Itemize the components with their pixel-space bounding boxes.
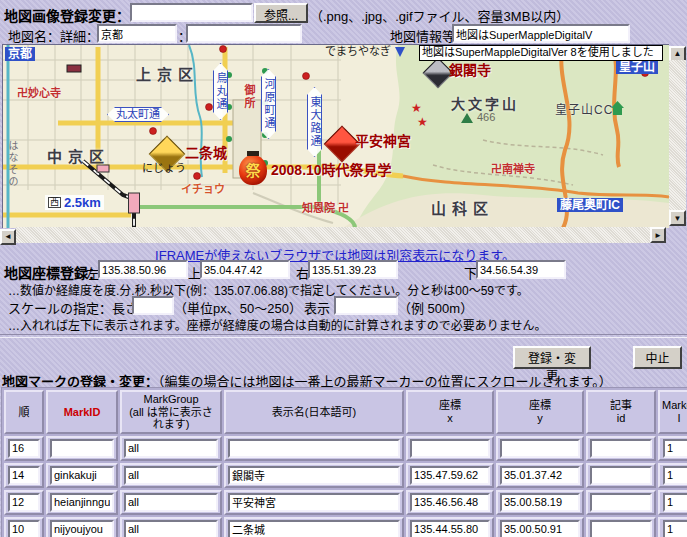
mark-marker_i-input[interactable] (663, 493, 687, 512)
marutamachi-street-sign: 丸太町通 (107, 107, 169, 122)
col-header-article: 記事id (586, 390, 656, 434)
map-name-row: 地図名：詳細： ： 地図情報等： (8, 24, 684, 43)
mark-group-input[interactable] (124, 493, 218, 512)
mark-mark_id-input[interactable] (50, 520, 114, 537)
mark-mark_id-input[interactable] (50, 439, 114, 458)
scale-specification-row: スケールの指定：長さ （単位px、50～250） 表示 （例 500m） (8, 296, 684, 315)
map-label-layer: 京都でまちやなぎ上京区卍妙心寺丸太町通烏丸通御所河原町通東大路通銀閣寺皇子山大文… (3, 45, 669, 228)
higashioji-street-sign: 東大路通 (307, 87, 322, 157)
chukyo-ward-label: 中京区 (47, 149, 110, 164)
register-change-button[interactable]: 登録・変更 (513, 346, 591, 369)
scale-length-input[interactable] (132, 296, 174, 315)
col-header-order: 順 (4, 390, 44, 434)
col-header-x: 座標x (406, 390, 494, 434)
scale-display-input[interactable] (334, 296, 398, 315)
mark-article-input[interactable] (590, 439, 652, 458)
mark-x-input[interactable] (410, 493, 490, 512)
chionin-label: 知恩院 卍 (302, 203, 349, 214)
mark-name-input[interactable] (228, 466, 400, 485)
section-divider (0, 334, 687, 338)
mark-name-input[interactable] (228, 439, 400, 458)
mark-y-input[interactable] (500, 493, 580, 512)
map-vertical-scrollbar[interactable]: ▲ ▼ (669, 44, 686, 226)
browse-button[interactable]: 参照... (254, 3, 308, 23)
col-header-y: 座標y (496, 390, 584, 434)
map-viewport[interactable]: 京都でまちやなぎ上京区卍妙心寺丸太町通烏丸通御所河原町通東大路通銀閣寺皇子山大文… (2, 44, 669, 228)
mark-y-input[interactable] (500, 466, 580, 485)
myoshinji-label: 卍妙心寺 (17, 88, 61, 99)
coord-2-input[interactable] (308, 260, 398, 279)
mark-x-input[interactable] (410, 466, 490, 485)
col-header-marker_i: MarkerI (658, 390, 687, 434)
mark-y-input[interactable] (500, 439, 580, 458)
scale-note: …入れれば左下に表示されます。座標が経緯度の場合は自動的に計算されますので必要あ… (8, 316, 684, 333)
map-image-file-input[interactable] (130, 3, 253, 22)
col-header-mark_id: MarkID (46, 390, 118, 434)
mark-group-input[interactable] (124, 439, 218, 458)
shrine-star-icon: ★ (411, 102, 422, 114)
scale-display-label: 表示 (304, 298, 330, 317)
mark-order-input[interactable] (8, 439, 40, 458)
hanasono-label: はなその (7, 140, 17, 188)
gosho-label: 御所 (243, 84, 254, 110)
nijo-station-label: にじょう (142, 163, 186, 174)
mark-order-input[interactable] (8, 520, 40, 537)
mark-group-input[interactable] (124, 520, 218, 537)
mark-x-input[interactable] (410, 520, 490, 537)
matsuri-lantern-marker: 祭 (239, 155, 267, 185)
mark-y-input[interactable] (500, 520, 580, 537)
mark-mark_id-input[interactable] (50, 493, 114, 512)
mark-article-input[interactable] (590, 466, 652, 485)
shrine-star-icon: ★ (417, 116, 428, 128)
ginkakuji-marker-label: 銀閣寺 (449, 63, 491, 77)
kamigyo-ward-label: 上京区 (136, 67, 199, 82)
nanzenji-label: 卍南禅寺 (491, 164, 535, 175)
kyoto-area-badge: 京都 (5, 47, 35, 61)
map-name-input[interactable] (97, 24, 177, 43)
map-credit-note[interactable]: 地図はSuperMappleDigitalVer 8を使用しました (419, 45, 663, 61)
map-horizontal-scrollbar[interactable]: ◄ ► (0, 227, 666, 243)
map-image-upload-row: 地図画像登録変更： 参照... （.png、.jpg、.gifファイル、容量3M… (4, 3, 684, 23)
mark-order-input[interactable] (8, 493, 40, 512)
scroll-down-icon[interactable]: ▼ (669, 210, 686, 226)
coord-0-input[interactable] (98, 260, 188, 279)
cancel-button[interactable]: 中止 (633, 346, 682, 369)
mark-marker_i-input[interactable] (663, 466, 687, 485)
mark-order-input[interactable] (8, 466, 40, 485)
mark-x-input[interactable] (410, 439, 490, 458)
file-type-hint: （.png、.jpg、.gifファイル、容量3MB以内） (310, 6, 569, 25)
marks-table: 順MarkIDMarkGroup(all は常に表示されます)表示名(日本語可)… (1, 387, 687, 537)
coord-1-input[interactable] (200, 260, 290, 279)
daimonjiyama-label: 大文字山 (451, 97, 519, 111)
map-info-input[interactable] (452, 24, 630, 43)
demachiyanagi-label: でまちやなぎ (325, 46, 391, 57)
scroll-right-icon[interactable]: ► (650, 227, 666, 243)
scroll-left-icon[interactable]: ◄ (0, 229, 16, 245)
mark-marker_i-input[interactable] (663, 520, 687, 537)
map-register-page: { "colors": { "page_bg": "#c8c4e2", "lin… (0, 0, 687, 537)
karasuma-street-sign: 烏丸通 (213, 63, 228, 120)
mark-article-input[interactable] (590, 493, 652, 512)
icho-label: イチョウ (181, 184, 225, 195)
map-scale-indicator: 西2.5km (45, 195, 104, 210)
mark-group-input[interactable] (124, 466, 218, 485)
mark-name-input[interactable] (228, 520, 400, 537)
vertical-scroll-track[interactable] (669, 60, 686, 210)
horizontal-scroll-track[interactable] (16, 227, 650, 243)
coordinate-registration-row: 地図座標登録： 左上右下 (4, 260, 684, 279)
mark-name-input[interactable] (228, 493, 400, 512)
nijojo-marker-label: 二条城 (185, 146, 227, 160)
fujio-okucho-ic-badge: 藤尾奥町IC (557, 198, 623, 212)
map-detail-input[interactable] (186, 24, 302, 43)
coord-3-input[interactable] (476, 260, 566, 279)
col-header-name: 表示名(日本語可) (224, 390, 404, 434)
mark-marker_i-input[interactable] (663, 439, 687, 458)
mark-article-input[interactable] (590, 520, 652, 537)
mark-row (4, 463, 687, 488)
ojiyama-cc-label: 皇子山CC (555, 104, 613, 116)
mark-mark_id-input[interactable] (50, 466, 114, 485)
heianjingu-marker-label: 平安神宮 (355, 134, 411, 148)
jidai-matsuri-label: 2008.10時代祭見学 (271, 163, 392, 177)
mark-row (4, 517, 687, 537)
mark-row (4, 436, 687, 461)
